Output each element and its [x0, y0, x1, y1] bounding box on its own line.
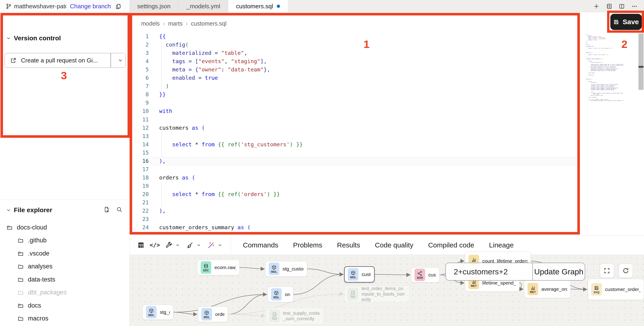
fullscreen-button[interactable] [600, 264, 614, 278]
ai-magic-wand-icon[interactable] [207, 241, 215, 249]
top-bar: matthewshaver-patc Change branch setting… [0, 0, 644, 12]
code-line: with [159, 107, 172, 115]
update-graph-button[interactable]: Update Graph [533, 267, 585, 276]
line-number: 18 [130, 173, 149, 182]
line-number: 20 [130, 190, 149, 198]
external-link-icon [10, 57, 16, 63]
lineage-node-customers[interactable]: MDLcustomers [344, 266, 374, 283]
unsaved-changes-dot [277, 4, 280, 8]
sidebar: Version control Create a pull request on… [0, 12, 130, 326]
lineage-node-order_items[interactable]: MDLorder_items [198, 307, 228, 322]
line-number: 22 [130, 207, 149, 215]
pr-dropdown-caret[interactable] [115, 53, 126, 67]
file-tree-item-.vscode[interactable]: .vscode [18, 248, 49, 259]
lineage-node-stg_customers[interactable]: MDLstg_customers [265, 261, 307, 277]
dbt-cloud-ide: matthewshaver-patc Change branch setting… [0, 0, 644, 326]
lineage-node-test_order_items[interactable]: TSTtest_order_items_compute_to_bools_cor… [344, 286, 410, 302]
file-tree-item-dbt_packages[interactable]: dbt_packages [18, 287, 67, 298]
chevron-down-icon[interactable] [218, 243, 222, 247]
file-tree-item-analyses[interactable]: analyses [18, 261, 52, 272]
panel-tab-results[interactable]: Results [336, 237, 361, 253]
node-label: customer_order_metrics [605, 287, 640, 292]
lineage-selector-overlay: 2+customers+2 Update Graph [446, 263, 585, 281]
code-line: tags = ["events", "staging"], [159, 57, 267, 65]
file-tree-item-data-tests[interactable]: data-tests [18, 274, 55, 285]
code-line: ), [159, 157, 166, 165]
tst-node-icon: TST [348, 288, 358, 300]
node-label: test_order_items_compute_to_bools_correc… [362, 286, 406, 302]
code-line: }} [159, 90, 166, 99]
version-control-header[interactable]: Version control [6, 34, 61, 42]
split-editor-icon[interactable] [619, 3, 625, 9]
code-line: config( [159, 40, 188, 49]
lineage-node-stg_orders[interactable]: MDLstg_orders [142, 305, 174, 320]
line-number: 17 [130, 165, 149, 173]
notebook-list-icon[interactable] [606, 3, 612, 9]
lineage-selector-input[interactable]: 2+customers+2 [446, 267, 532, 276]
file-explorer-header[interactable]: File explorer [6, 206, 52, 214]
new-tab-icon[interactable] [593, 3, 600, 9]
node-label: orders [285, 292, 290, 297]
build-wrench-icon[interactable] [165, 241, 172, 249]
file-tree-item-macros[interactable]: macros [18, 313, 48, 324]
save-button[interactable]: Save [610, 14, 642, 30]
node-label: customers [428, 272, 436, 278]
code-line: {{ [159, 32, 166, 40]
editor-scrollbar-thumb[interactable] [638, 33, 644, 90]
search-icon[interactable] [116, 206, 122, 213]
line-number: 16 [130, 157, 149, 165]
panel-tab-compiled-code[interactable]: Compiled code [427, 237, 475, 253]
lineage-node-test_supply[interactable]: TSTtest_supply_costs_sum_correctly [266, 307, 324, 325]
mdl-node-icon: MDL [146, 306, 156, 319]
tab-_models.yml[interactable]: _models.yml [179, 0, 228, 12]
create-pull-request-button[interactable]: Create a pull request on Gi... [4, 53, 126, 68]
file-explorer-actions [104, 206, 122, 213]
change-branch-link[interactable]: Change branch [70, 3, 111, 10]
tab-customers.sql[interactable]: customers.sql [228, 0, 288, 12]
lineage-node-customers_sem[interactable]: SEMcustomers [411, 267, 440, 283]
node-type-badge: MDL [350, 276, 356, 279]
node-type-badge: MDL [271, 271, 277, 273]
mdl-node-icon: MDL [201, 308, 212, 321]
panel-tab-problems[interactable]: Problems [292, 237, 323, 253]
minimap[interactable]: {{ config( materialized = "table", tags … [586, 34, 623, 232]
format-broom-icon[interactable] [186, 241, 194, 249]
node-type-badge: SVQ [594, 291, 599, 294]
code-line: customers as ( [159, 124, 205, 132]
panel-tab-lineage[interactable]: Lineage [488, 237, 514, 253]
copy-icon[interactable] [115, 3, 121, 9]
chevron-down-icon[interactable] [175, 243, 180, 247]
node-label: ecom.raw_customers [214, 265, 236, 270]
node-type-badge: SEM [417, 277, 423, 279]
lineage-node-orders[interactable]: MDLorders [268, 287, 294, 302]
chevron-down-icon[interactable] [196, 243, 201, 247]
file-name: docs-cloud [17, 224, 47, 231]
new-file-icon[interactable] [104, 206, 110, 213]
src-node-icon: SRC [201, 261, 211, 274]
node-label: stg_orders [160, 310, 170, 315]
breadcrumb-separator: › [163, 20, 165, 27]
refresh-graph-button[interactable] [619, 264, 633, 278]
results-table-icon[interactable] [137, 241, 145, 249]
lineage-node-cust_order_metrics[interactable]: SVQcustomer_order_metrics [588, 279, 644, 300]
save-label: Save [622, 18, 639, 26]
tab-label: _models.yml [186, 3, 220, 10]
file-tree-item-.github[interactable]: .github [18, 235, 46, 246]
file-tree-item-docs[interactable]: docs [18, 300, 41, 311]
node-label: customers [362, 272, 371, 277]
file-name: macros [28, 315, 48, 322]
more-options-icon[interactable] [631, 3, 638, 9]
folder-icon [18, 263, 24, 270]
panel-tab-commands[interactable]: Commands [242, 237, 279, 253]
node-type-badge: SRC [203, 269, 209, 272]
tab-settings.json[interactable]: settings.json [130, 0, 179, 12]
lineage-node-raw_customers[interactable]: SRCecom.raw_customers [197, 260, 240, 275]
code-icon[interactable]: </> [151, 241, 159, 249]
line-number: 4 [130, 57, 149, 65]
code-editor[interactable]: 1{{2 config(3 materialized = "table",4 t… [130, 12, 644, 235]
active-line-highlight [150, 157, 578, 165]
lineage-node-avg_order_value[interactable]: METaverage_order_value [524, 280, 571, 298]
panel-tab-code-quality[interactable]: Code quality [374, 237, 414, 253]
mdl-node-icon: MDL [348, 268, 358, 281]
file-tree-item-docs-cloud[interactable]: docs-cloud [6, 222, 47, 233]
